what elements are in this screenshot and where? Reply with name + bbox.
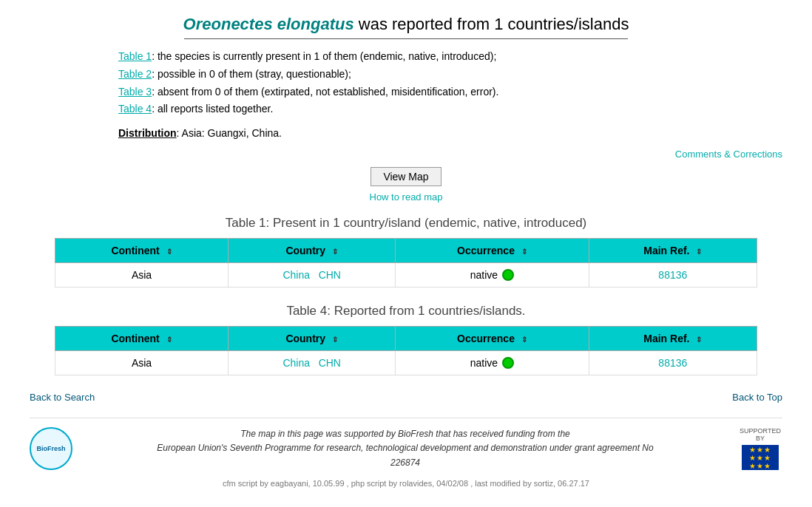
table4-header-row: Continent ⇕ Country ⇕ Occurrence ⇕ Main … <box>55 327 757 351</box>
table1-info: Table 1: the species is currently presen… <box>118 48 782 66</box>
t4-country-sort-icon[interactable]: ⇕ <box>332 336 338 344</box>
t1-continent: Asia <box>55 263 229 287</box>
table4-col-mainref[interactable]: Main Ref. ⇕ <box>589 327 757 351</box>
t4-occurrence: native <box>396 351 589 375</box>
comments-corrections-link[interactable]: Comments & Corrections <box>675 149 782 160</box>
table-row: Asia China CHN native 88136 <box>55 263 757 287</box>
supported-by-text: SUPPORTED BY <box>738 427 782 442</box>
table4-col-occurrence[interactable]: Occurrence ⇕ <box>396 327 589 351</box>
biofresh-logo: BioFresh <box>30 427 72 470</box>
table1-table: Continent ⇕ Country ⇕ Occurrence ⇕ Main … <box>55 238 757 287</box>
native-circle-icon <box>502 269 514 281</box>
comments-corrections-section: Comments & Corrections <box>30 148 782 160</box>
table1-text: : the species is currently present in 1 … <box>152 50 496 62</box>
footer-text: The map in this page was supported by Bi… <box>87 427 723 470</box>
t4-country-name-link[interactable]: China <box>282 357 310 369</box>
cfm-script-text: cfm script by eagbayani, 10.05.99 , php … <box>223 479 589 488</box>
table2-text: : possible in 0 of them (stray, question… <box>152 68 351 80</box>
mainref-sort-icon[interactable]: ⇕ <box>696 248 702 256</box>
title-suffix: was reported from 1 countries/islands <box>354 15 629 33</box>
t4-mainref: 88136 <box>589 351 757 375</box>
species-name: Oreonectes elongatus <box>183 15 354 33</box>
t4-continent: Asia <box>55 351 229 375</box>
table4-col-country[interactable]: Country ⇕ <box>229 327 396 351</box>
table4-link[interactable]: Table 4 <box>118 103 152 115</box>
tables-info: Table 1: the species is currently presen… <box>118 48 782 118</box>
distribution: Distribution: Asia: Guangxi, China. <box>118 127 782 139</box>
table1-col-occurrence[interactable]: Occurrence ⇕ <box>396 239 589 263</box>
title-divider <box>184 38 628 39</box>
table4-text: : all reports listed together. <box>152 103 273 115</box>
footer-biofresh-text: The map in this page was supported by Bi… <box>157 429 653 467</box>
table1-title: Table 1: Present in 1 country/island (en… <box>30 216 782 231</box>
table4-table: Continent ⇕ Country ⇕ Occurrence ⇕ Main … <box>55 326 757 375</box>
table4-section: Table 4: Reported from 1 countries/islan… <box>30 304 782 375</box>
table4-title: Table 4: Reported from 1 countries/islan… <box>30 304 782 319</box>
table1-link[interactable]: Table 1 <box>118 50 152 62</box>
how-to-read-section: How to read map <box>30 191 782 203</box>
t1-country: China CHN <box>229 263 396 287</box>
t4-country-code-link[interactable]: CHN <box>319 357 341 369</box>
t1-occurrence: native <box>396 263 589 287</box>
t4-country: China CHN <box>229 351 396 375</box>
how-to-read-link[interactable]: How to read map <box>370 191 443 203</box>
t1-mainref-link[interactable]: 88136 <box>658 269 687 281</box>
occurrence-sort-icon[interactable]: ⇕ <box>521 248 527 256</box>
distribution-value: : Asia: Guangxi, China. <box>177 127 282 139</box>
table1-header-row: Continent ⇕ Country ⇕ Occurrence ⇕ Main … <box>55 239 757 263</box>
table1-section: Table 1: Present in 1 country/island (en… <box>30 216 782 287</box>
view-map-button[interactable]: View Map <box>371 167 441 186</box>
t4-occurrence-sort-icon[interactable]: ⇕ <box>521 336 527 344</box>
country-sort-icon[interactable]: ⇕ <box>332 248 338 256</box>
logo-text: BioFresh <box>36 445 65 452</box>
back-to-top-link[interactable]: Back to Top <box>732 392 782 403</box>
t4-mainref-sort-icon[interactable]: ⇕ <box>696 336 702 344</box>
distribution-label: Distribution <box>118 127 177 139</box>
table1-col-mainref[interactable]: Main Ref. ⇕ <box>589 239 757 263</box>
bottom-links: Back to Search Back to Top <box>30 392 782 403</box>
continent-sort-icon[interactable]: ⇕ <box>166 248 172 256</box>
table4-col-continent[interactable]: Continent ⇕ <box>55 327 229 351</box>
eu-flag-icon: ★★★★★★★★★ <box>742 445 779 470</box>
eu-stars: ★★★★★★★★★ <box>749 446 771 470</box>
table4-info: Table 4: all reports listed together. <box>118 101 782 118</box>
t1-country-name-link[interactable]: China <box>282 269 310 281</box>
table2-info: Table 2: possible in 0 of them (stray, q… <box>118 66 782 84</box>
t4-continent-sort-icon[interactable]: ⇕ <box>166 336 172 344</box>
page-title: Oreonectes elongatus was reported from 1… <box>30 15 782 34</box>
t1-mainref: 88136 <box>589 263 757 287</box>
t4-native-circle-icon <box>502 357 514 369</box>
table2-link[interactable]: Table 2 <box>118 68 152 80</box>
table1-col-country[interactable]: Country ⇕ <box>229 239 396 263</box>
t1-country-code-link[interactable]: CHN <box>319 269 341 281</box>
table-row: Asia China CHN native 88136 <box>55 351 757 375</box>
table1-col-continent[interactable]: Continent ⇕ <box>55 239 229 263</box>
footer-cfm: cfm script by eagbayani, 10.05.99 , php … <box>30 479 782 495</box>
t4-occurrence-text: native <box>470 357 498 369</box>
table3-info: Table 3: absent from 0 of them (extirpat… <box>118 84 782 101</box>
eu-logo-section: SUPPORTED BY ★★★★★★★★★ <box>738 427 782 472</box>
table3-text: : absent from 0 of them (extirpated, not… <box>152 86 498 98</box>
back-to-search-link[interactable]: Back to Search <box>30 392 95 403</box>
footer-section: BioFresh The map in this page was suppor… <box>30 418 782 472</box>
view-map-section: View Map <box>30 167 782 186</box>
t1-occurrence-text: native <box>470 269 498 281</box>
t4-mainref-link[interactable]: 88136 <box>658 357 687 369</box>
table3-link[interactable]: Table 3 <box>118 86 152 98</box>
